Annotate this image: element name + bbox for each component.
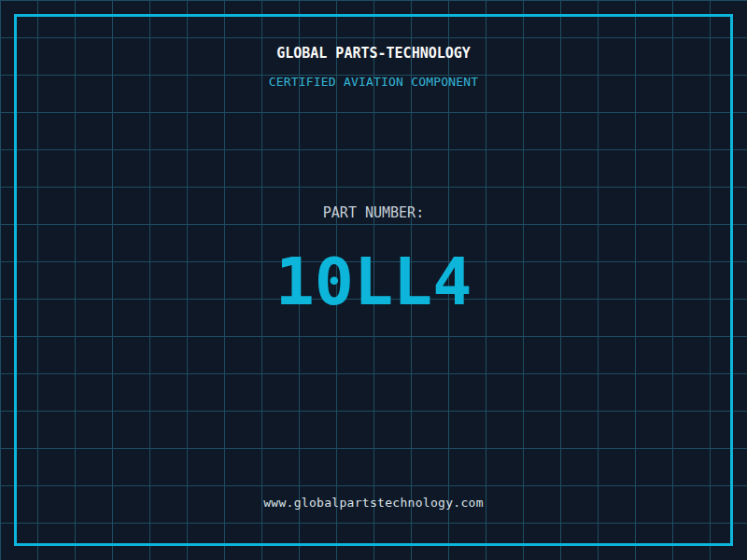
website-url: www.globalpartstechnology.com	[0, 497, 747, 510]
part-number-value: 10LL4	[0, 249, 747, 315]
page-title: GLOBAL PARTS-TECHNOLOGY	[0, 46, 747, 61]
blueprint-canvas: GLOBAL PARTS-TECHNOLOGY CERTIFIED AVIATI…	[0, 0, 747, 560]
part-number-label: PART NUMBER:	[0, 205, 747, 220]
page-subtitle: CERTIFIED AVIATION COMPONENT	[0, 76, 747, 89]
